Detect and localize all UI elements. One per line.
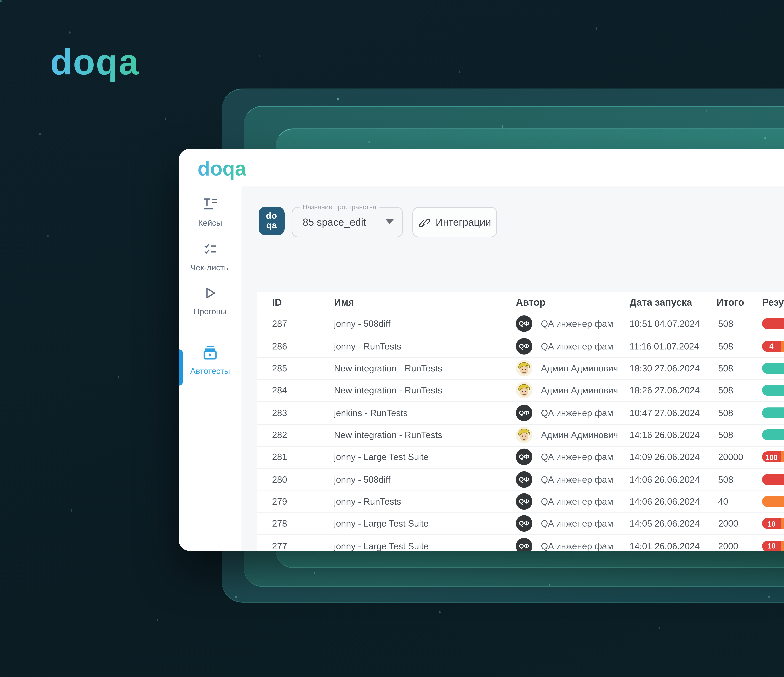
col-header-id[interactable]: ID [272,297,282,308]
sidebar-item-runs[interactable]: Прогоны [179,286,241,316]
results-bar: 3726571 [762,474,784,485]
cell-total: 20000 [718,452,743,462]
cell-date: 18:26 27.06.2024 [630,386,700,395]
results-segment-orange: 8 [781,340,784,351]
cell-date: 18:30 27.06.2024 [630,363,700,373]
cell-date: 10:47 27.06.2024 [630,408,700,417]
space-logo-icon: doqa [259,207,285,235]
admin-avatar [516,360,532,376]
qa-avatar: QФ [516,315,532,332]
table-row[interactable]: 284New integration - RunTestsАдмин Админ… [257,379,784,402]
cell-author: QA инженер фам [541,475,613,484]
cell-name: New integration - RunTests [334,363,442,373]
sidebar-item-label: Кейсы [179,218,241,227]
col-header-total[interactable]: Итого [717,297,744,308]
cell-name: jonny - Large Test Suite [334,519,429,528]
cell-total: 508 [718,386,733,395]
col-header-name[interactable]: Имя [334,297,354,308]
results-segment-red: 10 [762,518,781,529]
col-header-results[interactable]: Результаты [762,297,784,308]
sidebar: Кейсы Чек-листы Прогоны [179,186,242,551]
sidebar-item-autotests[interactable]: Автотесты [179,346,241,375]
cell-id: 278 [272,519,287,528]
table-row[interactable]: QФ283jenkins - RunTestsQA инженер фам10:… [257,402,784,424]
cell-date: 10:51 04.07.2024 [630,319,700,328]
sidebar-item-label: Автотесты [179,366,241,375]
results-segment-orange: 5 [781,518,784,529]
col-header-date[interactable]: Дата запуска [630,297,692,308]
results-segment-red: 4 [762,340,781,351]
table-row[interactable]: QФ287jonny - 508diffQA инженер фам10:51 … [257,313,784,336]
table-row[interactable]: QФ281jonny - Large Test SuiteQA инженер … [257,446,784,469]
table-row[interactable]: QФ278jonny - Large Test SuiteQA инженер … [257,512,784,536]
cell-name: New integration - RunTests [334,386,442,395]
main-content: doqa Название пространства 85 space_edit… [241,186,784,551]
cell-date: 14:01 26.06.2024 [630,541,700,551]
cell-name: jonny - RunTests [334,341,401,351]
checklist-icon [203,242,218,256]
app-window: doqa Ирина Синелина [179,149,784,551]
col-header-author[interactable]: Автор [516,297,546,308]
results-bar: 508 [762,407,784,418]
sidebar-active-indicator [179,349,182,385]
integrations-button-label: Интеграции [436,216,491,228]
integrations-button[interactable]: Интеграции [412,207,497,238]
cell-date: 14:05 26.06.2024 [630,519,700,528]
results-segment-red: 372 [762,474,784,485]
cell-id: 283 [272,408,287,417]
space-select[interactable]: Название пространства 85 space_edit [292,207,403,238]
cell-author: QA инженер фам [541,341,613,351]
cell-author: Админ Админович [541,386,618,395]
cell-id: 285 [272,363,287,373]
cell-name: jenkins - RunTests [334,408,408,417]
cell-author: QA инженер фам [541,408,613,417]
cell-id: 287 [272,319,287,328]
sidebar-item-label: Прогоны [179,306,241,316]
table-row[interactable]: 285New integration - RunTestsАдмин Админ… [257,357,784,380]
cell-author: QA инженер фам [541,452,613,462]
qa-avatar: QФ [516,493,532,509]
admin-avatar [516,382,532,399]
doqa-logo-small: doqa [198,157,246,181]
admin-avatar [516,427,532,443]
cell-name: jonny - RunTests [334,497,401,506]
cell-name: New integration - RunTests [334,430,442,439]
results-bar: 105197015 [762,540,784,551]
page: doqa doqa Ирина Синелина [0,0,784,677]
table-row[interactable]: QФ279jonny - RunTestsQA инженер фам14:06… [257,491,784,513]
results-bar: 508 [762,385,784,396]
results-bar: 508 [762,363,784,374]
qa-avatar: QФ [516,449,532,465]
cell-author: Админ Админович [541,363,618,373]
link-icon [418,217,429,228]
sidebar-item-checklists[interactable]: Чек-листы [179,242,241,272]
cell-name: jonny - Large Test Suite [334,541,429,551]
cell-name: jonny - 508diff [334,475,390,484]
cell-id: 282 [272,430,287,439]
table-row[interactable]: QФ280jonny - 508diffQA инженер фам14:06 … [257,468,784,491]
table-row[interactable]: QФ286jonny - RunTestsQA инженер фам11:16… [257,335,784,358]
results-bar: 48496 [762,340,784,351]
cell-author: Админ Админович [541,430,618,439]
cell-author: QA инженер фам [541,541,613,551]
cell-total: 508 [718,319,733,328]
results-bar: 508 [762,429,784,440]
table-row[interactable]: QФ277jonny - Large Test SuiteQA инженер … [257,535,784,551]
results-segment-red: 100 [762,452,781,463]
cell-date: 14:09 26.06.2024 [630,452,700,462]
cell-author: QA инженер фам [541,319,613,328]
qa-avatar: QФ [516,471,532,488]
cell-id: 284 [272,386,287,395]
results-segment-orange: 50 [781,452,784,463]
window-header: doqa Ирина Синелина [179,149,784,187]
admin-avatar-icon [516,382,532,399]
results-segment-orange: 40 [762,496,784,507]
table-row[interactable]: 282New integration - RunTestsАдмин Админ… [257,424,784,447]
doqa-logo-large: doqa [50,41,139,83]
cell-date: 14:06 26.06.2024 [630,475,700,484]
sidebar-item-cases[interactable]: Кейсы [179,197,241,227]
results-bar: 40 [762,496,784,507]
admin-avatar-icon [516,360,532,376]
qa-avatar: QФ [516,516,532,532]
table-header: ID Имя Автор Дата запуска Итого Результа… [257,292,784,314]
